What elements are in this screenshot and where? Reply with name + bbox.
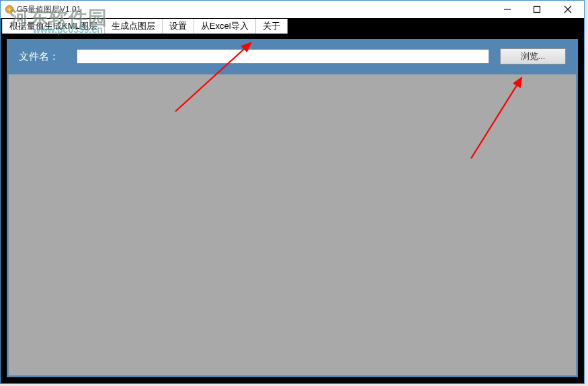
panel-outer: 文件名： 浏览...	[2, 34, 583, 382]
app-window: G5量值图层V1.01 根据量值生成KML图层 生成点图层 设置 从Excel导…	[0, 0, 585, 384]
file-path-input[interactable]	[77, 49, 489, 64]
file-row: 文件名： 浏览...	[7, 39, 578, 74]
menu-generate-point-layer[interactable]: 生成点图层	[105, 19, 163, 34]
app-icon	[5, 5, 14, 14]
file-label: 文件名：	[19, 50, 73, 63]
content-area	[8, 74, 577, 376]
client-area: 根据量值生成KML图层 生成点图层 设置 从Excel导入 关于 文件名： 浏览…	[1, 18, 584, 383]
menu-settings[interactable]: 设置	[163, 19, 194, 34]
minimize-button[interactable]	[493, 1, 522, 18]
menu-about[interactable]: 关于	[256, 19, 288, 34]
browse-button[interactable]: 浏览...	[500, 48, 566, 64]
menu-bar-filler	[288, 18, 583, 34]
excel-import-panel: 文件名： 浏览...	[7, 39, 578, 377]
close-button[interactable]	[552, 1, 584, 18]
svg-rect-2	[534, 7, 540, 13]
menu-generate-kml[interactable]: 根据量值生成KML图层	[2, 19, 105, 34]
maximize-button[interactable]	[522, 1, 552, 18]
menu-bar: 根据量值生成KML图层 生成点图层 设置 从Excel导入 关于	[2, 18, 583, 34]
title-bar: G5量值图层V1.01	[1, 1, 584, 18]
window-title: G5量值图层V1.01	[17, 4, 81, 15]
menu-import-excel[interactable]: 从Excel导入	[194, 19, 256, 34]
